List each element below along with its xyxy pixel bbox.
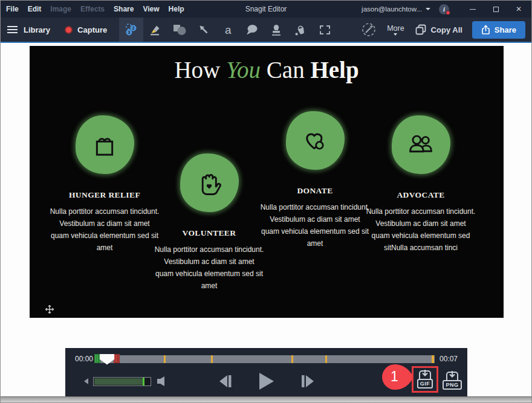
section-hunger-relief: HUNGER RELIEF Nulla porttitor accumsan t…: [50, 115, 160, 254]
close-button[interactable]: ✕: [510, 1, 528, 18]
copy-all-button[interactable]: Copy All: [415, 24, 462, 36]
account-dropdown[interactable]: jason@launchtow...: [362, 5, 430, 13]
text-tool-button[interactable]: a: [216, 18, 240, 42]
shapes-tool-button[interactable]: [167, 18, 192, 42]
section-body: Nulla porttitor accumsan tincidunt. Vest…: [366, 205, 476, 254]
step-tool-button[interactable]: 2 3: [119, 18, 143, 42]
share-button[interactable]: Share: [472, 21, 525, 39]
menu-effects: Effects: [80, 5, 105, 13]
window-bottom-frame: [1, 396, 531, 402]
annotation-number: 1: [391, 369, 398, 385]
png-label: PNG: [443, 380, 461, 390]
volume-fill: [94, 378, 144, 385]
export-buttons: GIF PNG: [412, 366, 462, 393]
play-button[interactable]: [258, 372, 275, 390]
toolbar-actions: More Copy All Share: [362, 21, 525, 39]
speaker-icon[interactable]: [155, 376, 166, 387]
trim-end-handle[interactable]: [114, 354, 120, 363]
playback-controls: [218, 371, 315, 392]
stamp-tool-button[interactable]: [264, 18, 288, 42]
menu-image: Image: [50, 5, 71, 13]
chevron-down-icon: [426, 8, 430, 10]
stamp-icon: [270, 23, 282, 36]
maximize-button[interactable]: [487, 1, 505, 18]
window-title: Snagit Editor: [245, 5, 287, 13]
shapes-icon: [173, 24, 186, 36]
chevron-down-icon: [394, 33, 397, 36]
hand-heart-icon: [195, 169, 224, 198]
volume-thumb[interactable]: [143, 378, 144, 385]
save-as-gif-button[interactable]: GIF: [415, 369, 435, 388]
smart-move-button[interactable]: [362, 22, 376, 37]
green-ink-circle: [392, 115, 450, 174]
save-as-png-button[interactable]: PNG: [442, 370, 462, 390]
capture-icon[interactable]: [65, 26, 73, 34]
arrow-icon: [198, 24, 210, 36]
magic-wand-icon: [362, 22, 376, 37]
timeline-track[interactable]: [98, 355, 435, 363]
title-bar: File Edit Image Effects Share View Help …: [1, 1, 531, 18]
account-label: jason@launchtow...: [362, 5, 422, 13]
share-icon: [481, 25, 490, 35]
text-tool-icon: a: [225, 24, 232, 36]
canvas-image[interactable]: How You Can Help HUNGER RELIEF Nulla por…: [30, 46, 504, 318]
section-donate: DONATE Nulla porttitor accumsan tincidun…: [260, 111, 370, 250]
volume-slider[interactable]: [93, 377, 151, 386]
section-body: Nulla porttitor accumsan tincidunt. Vest…: [154, 243, 264, 292]
minimize-button[interactable]: [464, 1, 482, 18]
section-body: Nulla porttitor accumsan tincidunt. Vest…: [260, 201, 370, 250]
gif-highlight-rectangle: GIF: [412, 366, 438, 393]
close-icon: ✕: [516, 5, 522, 13]
move-cursor-icon: [45, 305, 54, 317]
time-total: 00:07: [440, 355, 458, 363]
minimize-icon: [470, 9, 476, 10]
green-ink-circle: [286, 111, 345, 170]
selection-icon: [320, 25, 330, 34]
timeline-tick: [164, 355, 166, 363]
time-elapsed: 00:00: [75, 355, 93, 363]
menu-edit[interactable]: Edit: [28, 5, 42, 13]
section-heading: HUNGER RELIEF: [69, 190, 140, 200]
timeline-tick: [291, 355, 293, 363]
shopping-bag-icon: [91, 131, 118, 159]
hamburger-menu-button[interactable]: [7, 26, 18, 33]
section-heading: ADVOCATE: [397, 190, 444, 200]
green-ink-circle: [76, 115, 134, 174]
svg-text:3: 3: [128, 30, 131, 34]
menu-help[interactable]: Help: [169, 5, 184, 13]
timeline-tick: [325, 355, 327, 363]
notifications-button[interactable]: i: [439, 4, 449, 15]
copy-icon: [415, 24, 427, 36]
notification-badge: [446, 10, 450, 15]
next-frame-button[interactable]: [300, 375, 315, 388]
menu-file[interactable]: File: [6, 5, 19, 13]
tool-strip: 2 3: [119, 18, 337, 42]
section-advocate: ADVOCATE Nulla porttitor accumsan tincid…: [366, 115, 476, 254]
timeline-end-marker: [432, 355, 434, 363]
main-toolbar: Library Capture 2 3: [1, 18, 531, 43]
highlighter-tool-button[interactable]: [143, 18, 167, 42]
volume-down-icon[interactable]: [83, 378, 89, 385]
selection-tool-button[interactable]: [313, 18, 337, 42]
menu-share[interactable]: Share: [114, 5, 134, 13]
info-icon: i: [443, 5, 445, 13]
playhead[interactable]: [94, 354, 120, 365]
previous-frame-button[interactable]: [218, 375, 233, 388]
section-volunteer: VOLUNTEER Nulla porttitor accumsan tinci…: [154, 153, 264, 292]
step-tool-icon: 2 3: [124, 22, 138, 37]
arrow-tool-button[interactable]: [192, 18, 216, 42]
capture-button[interactable]: Capture: [77, 25, 107, 34]
more-button[interactable]: More: [387, 24, 404, 36]
green-ink-circle: [180, 153, 239, 212]
fill-icon: [294, 23, 307, 36]
fill-tool-button[interactable]: [288, 18, 313, 42]
library-button[interactable]: Library: [24, 25, 50, 34]
more-label: More: [387, 24, 404, 33]
copy-all-label: Copy All: [431, 25, 462, 34]
trim-start-handle[interactable]: [94, 354, 100, 363]
annotation-step-1: 1: [380, 363, 414, 393]
playhead-pointer[interactable]: [100, 354, 114, 365]
callout-tool-button[interactable]: [240, 18, 264, 42]
menu-view[interactable]: View: [143, 5, 159, 13]
highlighter-icon: [149, 23, 162, 36]
